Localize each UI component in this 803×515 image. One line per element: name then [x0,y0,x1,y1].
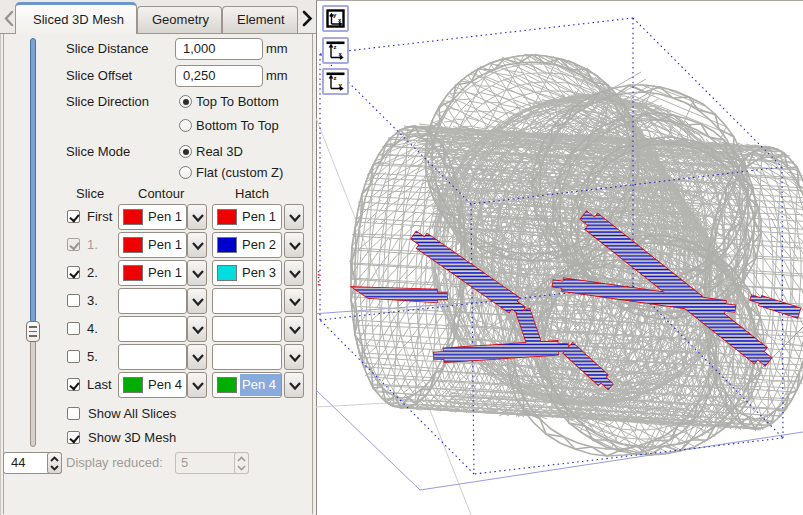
svg-text:z: z [334,75,337,81]
svg-text:x: x [338,17,342,23]
svg-text:y: y [339,82,343,88]
svg-text:y: y [333,12,337,18]
svg-text:x: x [339,50,343,56]
svg-text:z: z [334,43,337,49]
